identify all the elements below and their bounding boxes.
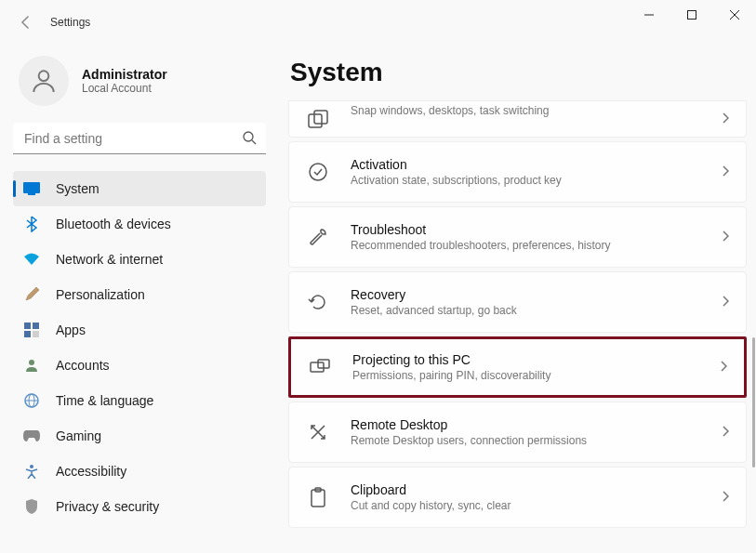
svg-rect-6 <box>33 323 39 329</box>
card-sub: Cut and copy history, sync, clear <box>351 499 722 512</box>
search-icon <box>242 130 257 149</box>
nav-item-gaming[interactable]: Gaming <box>13 418 266 454</box>
account-name: Administrator <box>82 67 167 82</box>
back-button[interactable] <box>7 4 45 41</box>
nav-item-privacy[interactable]: Privacy & security <box>13 489 266 524</box>
svg-rect-5 <box>24 323 31 329</box>
nav-label: Gaming <box>56 428 101 443</box>
chevron-right-icon <box>722 489 729 506</box>
svg-rect-16 <box>311 362 324 372</box>
svg-rect-7 <box>24 331 31 337</box>
maximize-icon <box>687 10 696 20</box>
close-icon <box>730 10 739 20</box>
card-sub: Permissions, pairing PIN, discoverabilit… <box>352 369 720 382</box>
gaming-icon <box>22 427 41 445</box>
search-input[interactable] <box>13 123 266 154</box>
nav-item-system[interactable]: System <box>13 171 266 206</box>
account-sub: Local Account <box>82 82 167 95</box>
apps-icon <box>22 321 41 339</box>
chevron-right-icon <box>722 229 729 245</box>
accessibility-icon <box>22 462 41 481</box>
multitasking-icon <box>306 107 330 131</box>
nav-item-accounts[interactable]: Accounts <box>13 348 266 383</box>
svg-rect-14 <box>314 111 327 124</box>
card-sub: Remote Desktop users, connection permiss… <box>351 434 722 447</box>
minimize-button[interactable] <box>628 0 670 30</box>
card-sub: Snap windows, desktops, task switching <box>351 104 722 117</box>
maximize-button[interactable] <box>670 0 713 30</box>
nav-item-personalization[interactable]: Personalization <box>13 277 266 312</box>
shield-icon <box>22 497 41 516</box>
window-title: Settings <box>50 16 90 29</box>
chevron-right-icon <box>722 164 729 180</box>
card-sub: Reset, advanced startup, go back <box>351 304 722 317</box>
nav-label: Accounts <box>56 358 110 373</box>
nav-item-bluetooth[interactable]: Bluetooth & devices <box>13 206 266 242</box>
card-title: Projecting to this PC <box>352 352 720 367</box>
card-title: Remote Desktop <box>351 417 722 432</box>
svg-rect-4 <box>28 193 35 195</box>
account-block[interactable]: Administrator Local Account <box>13 45 266 123</box>
settings-list: Multitasking Snap windows, desktops, tas… <box>288 100 747 528</box>
card-sub: Recommended troubleshooters, preferences… <box>351 239 722 252</box>
window-controls <box>628 0 756 30</box>
bluetooth-icon <box>22 215 41 233</box>
projecting-icon <box>308 355 332 379</box>
svg-point-15 <box>310 164 326 180</box>
svg-point-12 <box>30 465 33 468</box>
nav: System Bluetooth & devices Network & int… <box>13 171 266 524</box>
nav-label: Apps <box>56 323 86 337</box>
chevron-right-icon <box>720 359 727 375</box>
nav-label: Personalization <box>56 287 145 302</box>
sidebar: Administrator Local Account System Bluet… <box>0 45 279 553</box>
card-troubleshoot[interactable]: Troubleshoot Recommended troubleshooters… <box>288 206 747 268</box>
card-clipboard[interactable]: Clipboard Cut and copy history, sync, cl… <box>288 467 747 528</box>
arrow-left-icon <box>19 15 33 30</box>
globe-icon <box>22 391 41 410</box>
search-field[interactable] <box>13 123 266 154</box>
minimize-icon <box>644 10 654 20</box>
card-projecting[interactable]: Projecting to this PC Permissions, pairi… <box>288 336 747 398</box>
svg-rect-8 <box>33 331 39 337</box>
card-multitasking[interactable]: Multitasking Snap windows, desktops, tas… <box>288 100 747 138</box>
nav-item-accessibility[interactable]: Accessibility <box>13 454 266 489</box>
card-remote-desktop[interactable]: Remote Desktop Remote Desktop users, con… <box>288 402 747 463</box>
nav-item-time-language[interactable]: Time & language <box>13 383 266 418</box>
svg-rect-3 <box>23 182 40 193</box>
clipboard-icon <box>306 485 330 509</box>
paintbrush-icon <box>22 285 41 304</box>
main-panel: System Multitasking Snap windows, deskto… <box>279 45 756 553</box>
nav-label: Time & language <box>56 393 153 408</box>
nav-item-apps[interactable]: Apps <box>13 312 266 348</box>
nav-label: Privacy & security <box>56 499 159 514</box>
recovery-icon <box>306 290 330 314</box>
close-button[interactable] <box>713 0 756 30</box>
nav-item-network[interactable]: Network & internet <box>13 242 266 277</box>
nav-label: Bluetooth & devices <box>56 217 171 231</box>
wrench-icon <box>306 225 330 249</box>
card-title: Recovery <box>351 287 722 302</box>
scrollbar[interactable] <box>750 142 756 544</box>
activation-icon <box>306 160 330 184</box>
remote-desktop-icon <box>306 420 330 444</box>
card-activation[interactable]: Activation Activation state, subscriptio… <box>288 141 747 203</box>
scrollbar-thumb[interactable] <box>752 337 755 467</box>
chevron-right-icon <box>722 111 729 127</box>
card-title: Troubleshoot <box>351 222 722 237</box>
chevron-right-icon <box>722 294 729 310</box>
nav-label: System <box>56 181 99 196</box>
svg-point-2 <box>244 132 253 141</box>
system-icon <box>22 179 41 198</box>
chevron-right-icon <box>722 424 729 441</box>
card-sub: Activation state, subscriptions, product… <box>351 174 722 187</box>
page-title: System <box>290 58 747 87</box>
card-recovery[interactable]: Recovery Reset, advanced startup, go bac… <box>288 271 747 333</box>
card-title: Activation <box>351 157 722 172</box>
wifi-icon <box>22 250 41 269</box>
avatar <box>19 56 69 106</box>
person-icon <box>29 66 59 96</box>
svg-point-9 <box>29 360 34 365</box>
svg-rect-0 <box>688 11 696 20</box>
nav-label: Network & internet <box>56 252 163 267</box>
svg-rect-13 <box>309 114 322 127</box>
